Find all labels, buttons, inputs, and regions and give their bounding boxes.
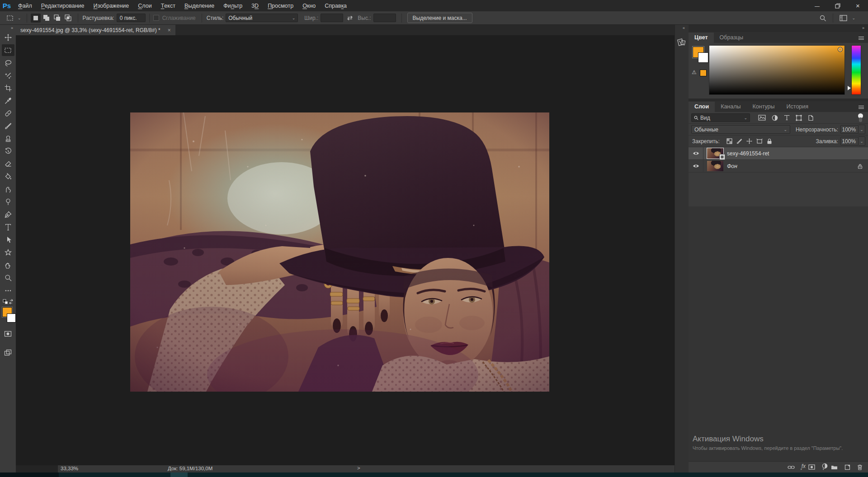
layer-visibility-toggle[interactable] — [689, 160, 703, 172]
subtract-from-selection-button[interactable] — [52, 14, 62, 23]
feather-input[interactable]: 0 пикс. — [117, 14, 146, 22]
gamut-warning-swatch[interactable] — [700, 70, 707, 76]
tab-swatches[interactable]: Образцы — [714, 33, 750, 43]
document-tab[interactable]: sexy-4691554.jpg @ 33,3% (sexy-4691554-r… — [16, 25, 175, 35]
adjustment-layer-icon[interactable]: ▾ — [822, 463, 824, 471]
filter-adjustment-layers-icon[interactable] — [772, 115, 778, 121]
new-layer-icon[interactable] — [844, 464, 850, 470]
brush-tool[interactable] — [2, 120, 14, 132]
pen-tool[interactable] — [2, 209, 14, 220]
hand-tool[interactable] — [2, 259, 14, 271]
screen-mode-button[interactable] — [2, 346, 14, 358]
height-input[interactable] — [373, 14, 396, 22]
filter-pixel-layers-icon[interactable] — [758, 115, 766, 121]
custom-shape-tool[interactable] — [2, 247, 14, 258]
menu-view[interactable]: Просмотр — [263, 0, 298, 11]
intersect-selection-button[interactable] — [63, 14, 73, 23]
fill-dropdown-icon[interactable]: ⌄ — [859, 136, 865, 146]
add-layer-mask-icon[interactable] — [808, 464, 815, 470]
menu-select[interactable]: Выделение — [180, 0, 219, 11]
layer-row-retouch[interactable]: sexy-4691554-ret — [689, 147, 868, 160]
expand-panels-icon[interactable]: » — [862, 26, 864, 30]
history-brush-tool[interactable] — [2, 145, 14, 157]
minimize-button[interactable]: — — [807, 0, 827, 11]
panel-menu-icon[interactable] — [854, 33, 868, 43]
tab-history[interactable]: История — [781, 102, 814, 112]
filter-smart-objects-icon[interactable] — [808, 115, 814, 121]
layer-name[interactable]: sexy-4691554-ret — [727, 150, 769, 157]
layer-thumbnail[interactable] — [707, 148, 723, 159]
lock-pixels-icon[interactable] — [736, 138, 742, 144]
saturation-brightness-field[interactable] — [709, 45, 845, 95]
link-layers-icon[interactable] — [788, 465, 795, 469]
menu-image[interactable]: Изображение — [89, 0, 134, 11]
paint-bucket-tool[interactable] — [2, 171, 14, 182]
crop-tool[interactable] — [2, 82, 14, 94]
delete-layer-icon[interactable] — [857, 464, 863, 470]
close-tab-icon[interactable]: × — [168, 27, 171, 33]
tab-paths[interactable]: Контуры — [747, 102, 781, 112]
workspace-icon[interactable]: ⌄ — [840, 15, 855, 21]
new-group-icon[interactable] — [831, 465, 838, 470]
gamut-warning-icon[interactable]: ⚠ — [692, 69, 697, 75]
path-selection-tool[interactable] — [2, 234, 14, 246]
more-tools-icon[interactable] — [2, 285, 14, 296]
eyedropper-tool[interactable] — [2, 95, 14, 107]
expand-tools-icon[interactable]: » — [11, 25, 16, 31]
collapse-dock-icon[interactable]: « — [683, 26, 685, 30]
new-selection-button[interactable] — [31, 14, 41, 23]
filter-shape-layers-icon[interactable] — [796, 115, 802, 121]
menu-layers[interactable]: Слои — [133, 0, 156, 11]
color-field-cursor[interactable] — [838, 47, 843, 52]
quick-mask-button[interactable] — [2, 328, 14, 340]
fill-input[interactable]: 100% — [840, 137, 859, 145]
status-chevron-icon[interactable]: > — [357, 465, 360, 471]
zoom-tool[interactable] — [2, 272, 14, 284]
quick-selection-tool[interactable] — [2, 70, 14, 81]
layer-filtering-toggle[interactable] — [858, 113, 863, 122]
menu-file[interactable]: Файл — [14, 0, 37, 11]
lock-all-icon[interactable] — [767, 138, 772, 144]
restore-button[interactable] — [827, 0, 848, 11]
lock-position-icon[interactable] — [746, 138, 752, 144]
background-color-swatch[interactable] — [698, 52, 708, 63]
menu-filter[interactable]: Фильтр — [219, 0, 247, 11]
move-tool[interactable] — [2, 32, 14, 43]
eraser-tool[interactable] — [2, 158, 14, 170]
layer-row-background[interactable]: Фон — [689, 160, 868, 173]
lock-transparency-icon[interactable] — [726, 138, 732, 144]
docked-panel-icon[interactable] — [677, 35, 687, 48]
blend-mode-select[interactable]: Обычные⌄ — [691, 125, 790, 134]
zoom-level-field[interactable]: 33,33% — [61, 466, 78, 471]
type-tool[interactable] — [2, 221, 14, 233]
layer-name[interactable]: Фон — [727, 163, 737, 169]
tool-preset-picker[interactable]: ⌄ — [5, 14, 23, 22]
lock-artboard-icon[interactable] — [756, 138, 763, 144]
menu-edit[interactable]: Редактирование — [37, 0, 89, 11]
style-select[interactable]: Обычный⌄ — [226, 14, 298, 22]
layer-visibility-toggle[interactable] — [689, 147, 703, 159]
anti-alias-checkbox[interactable] — [153, 15, 159, 21]
layer-filter-select[interactable]: Вид ⌄ — [691, 113, 750, 122]
close-button[interactable]: × — [848, 0, 868, 11]
layer-style-fx-icon[interactable]: fx▾ — [802, 463, 802, 471]
add-to-selection-button[interactable] — [42, 14, 52, 23]
filter-type-layers-icon[interactable] — [784, 115, 790, 121]
opacity-dropdown-icon[interactable]: ⌄ — [859, 125, 865, 134]
swap-dimensions-icon[interactable] — [347, 15, 353, 21]
rectangular-marquee-tool[interactable] — [2, 44, 14, 56]
background-color-swatch[interactable] — [7, 313, 16, 323]
default-swap-colors-icon[interactable] — [2, 299, 14, 305]
panel-menu-icon[interactable] — [854, 103, 868, 112]
search-icon[interactable] — [819, 14, 826, 22]
dodge-tool[interactable] — [2, 196, 14, 208]
menu-type[interactable]: Текст — [156, 0, 180, 11]
tab-color[interactable]: Цвет — [689, 33, 714, 43]
menu-help[interactable]: Справка — [320, 0, 351, 11]
tab-layers[interactable]: Слои — [689, 102, 715, 112]
lasso-tool[interactable] — [2, 57, 14, 69]
menu-window[interactable]: Окно — [298, 0, 320, 11]
canvas-image[interactable] — [130, 112, 549, 392]
smudge-tool[interactable] — [2, 183, 14, 195]
tab-channels[interactable]: Каналы — [715, 102, 746, 112]
